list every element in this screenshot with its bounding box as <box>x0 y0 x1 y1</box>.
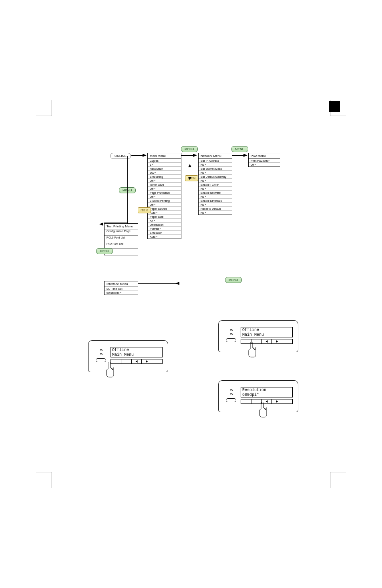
led-icon <box>230 333 233 335</box>
right-arrow-button[interactable] <box>141 359 152 364</box>
led-icon <box>230 393 233 395</box>
menu-button[interactable]: MENU <box>96 248 113 254</box>
arrow <box>181 155 193 156</box>
arrow-head <box>175 282 179 285</box>
interface-menu-box: Interface Menu I/O Time Out 60 second * <box>104 281 138 295</box>
led-icon <box>230 329 233 331</box>
menu-item: Enable TCP/IP <box>199 183 232 187</box>
menu-value: Off * <box>148 203 181 207</box>
hand-icon <box>256 402 268 418</box>
menu-item: Print PS2 Error <box>249 159 280 163</box>
left-arrow-button[interactable] <box>131 359 142 364</box>
menu-value: No * <box>199 179 232 183</box>
menu-value: No * <box>199 211 232 215</box>
menu-button[interactable]: MENU <box>231 146 248 152</box>
menu-item: Emulation <box>148 231 181 235</box>
menu-value: Auto * <box>148 235 181 239</box>
tab-marker <box>329 101 340 112</box>
control-panel-resolution: Resolution 600dpi* <box>218 380 298 424</box>
lcd-display: Offline Main Menu <box>111 347 163 357</box>
menu-title: Network Menu <box>199 153 232 159</box>
menu-title: Main Menu <box>148 153 181 159</box>
menu-item: PCL6 Font List <box>105 236 138 242</box>
menu-title: Interface Menu <box>105 281 138 287</box>
arrow-head <box>99 223 103 226</box>
main-menu-box: Main Menu Copies 1 * Resolution 600 * Sm… <box>147 153 181 239</box>
menu-value: No * <box>199 195 232 199</box>
menu-title: Test Printing Menu <box>105 224 138 229</box>
menu-item: I/O Time Out <box>105 287 138 291</box>
crop-mark <box>28 92 52 116</box>
menu-value: Off * <box>249 163 280 167</box>
hand-icon <box>245 342 257 358</box>
control-panel-offline-2: Offline Main Menu <box>218 320 298 364</box>
menu-item: Configuration Page <box>105 229 138 236</box>
menu-value: 60 second * <box>105 291 138 295</box>
menu-value: Off * <box>148 187 181 191</box>
scroll-indicator <box>187 164 192 180</box>
crop-mark <box>330 472 354 496</box>
panel-button[interactable] <box>152 359 163 364</box>
oval-button-icon[interactable] <box>226 398 236 402</box>
button-row <box>111 359 163 364</box>
network-menu-box: Network Menu Set IP Address No * Set Sub… <box>198 153 232 215</box>
crop-mark <box>28 472 52 496</box>
menu-value: A4 * <box>148 219 181 223</box>
right-arrow-button[interactable] <box>271 399 282 404</box>
menu-item: Set Subnet Mask <box>199 167 232 171</box>
lcd-display: Offline Main Menu <box>241 327 293 337</box>
menu-item: Set Default Gateway <box>199 175 232 179</box>
menu-item: Set IP Address <box>199 159 232 163</box>
menu-item: Toner Save <box>148 183 181 187</box>
oval-button-icon[interactable] <box>226 338 236 342</box>
menu-value: 1 * <box>148 163 181 167</box>
menu-item: Paper Source <box>148 207 181 211</box>
online-button[interactable]: ONLINE <box>110 153 131 159</box>
menu-value: Portrait * <box>148 227 181 231</box>
ps2-menu-box: PS2 Menu Print PS2 Error Off * <box>248 153 280 167</box>
lcd-display: Resolution 600dpi* <box>241 387 293 397</box>
arrow <box>104 223 127 223</box>
menu-item: 2-Sided Printing <box>148 199 181 203</box>
item-button[interactable]: ITEM <box>138 207 151 213</box>
led-icon <box>100 353 103 355</box>
panel-button[interactable] <box>121 359 131 364</box>
menu-item: Resolution <box>148 167 181 171</box>
menu-item: Smoothing <box>148 175 181 179</box>
menu-button[interactable]: MENU <box>225 277 242 283</box>
menu-value: Off * <box>148 195 181 199</box>
menu-item: Enable Netware <box>199 191 232 195</box>
menu-value: No * <box>199 203 232 207</box>
arrow-head <box>143 154 147 157</box>
arrow-head <box>243 154 247 157</box>
panel-button[interactable] <box>282 399 293 404</box>
menu-item: Copies <box>148 159 181 163</box>
menu-item: Orientation <box>148 223 181 227</box>
menu-item: Reset to Default <box>199 207 232 211</box>
arrow <box>232 155 244 156</box>
control-panel-offline-1: Offline Main Menu <box>88 340 168 384</box>
menu-value: No * <box>199 163 232 167</box>
panel-button[interactable] <box>282 339 293 344</box>
menu-button[interactable]: MENU <box>181 146 198 152</box>
left-arrow-button[interactable] <box>261 339 272 344</box>
menu-value: No * <box>199 187 232 191</box>
menu-title: PS2 Menu <box>249 153 280 159</box>
hand-icon <box>103 362 115 378</box>
menu-item: Paper Size <box>148 215 181 219</box>
menu-diagram: ONLINE MENU MENU Main Menu Copies 1 * Re… <box>88 144 368 304</box>
menu-item: Page Protection <box>148 191 181 195</box>
menu-value: On * <box>148 179 181 183</box>
led-icon <box>230 389 233 391</box>
panel-button[interactable] <box>241 399 251 404</box>
menu-value: No * <box>199 171 232 175</box>
arrow-head <box>193 154 197 157</box>
right-arrow-button[interactable] <box>271 339 282 344</box>
menu-value: Auto * <box>148 211 181 215</box>
arrow <box>127 156 128 224</box>
menu-item: Enable EtherTalk <box>199 199 232 203</box>
arrow <box>131 155 143 156</box>
arrow <box>138 283 178 284</box>
menu-value: 600 * <box>148 171 181 175</box>
led-icon <box>100 349 103 351</box>
